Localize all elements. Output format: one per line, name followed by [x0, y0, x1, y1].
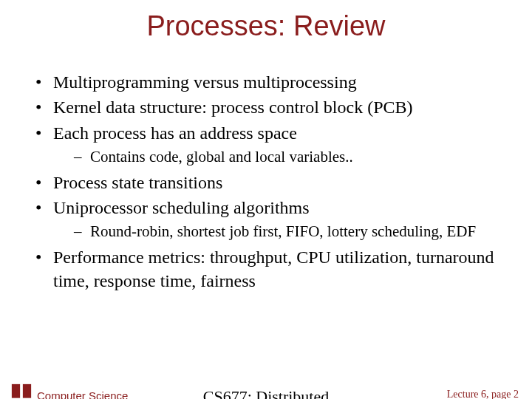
bullet-text: Each process has an address space	[53, 123, 297, 143]
page-number: Lecture 6, page 2	[447, 389, 519, 399]
list-item: Kernel data structure: process control b…	[35, 95, 510, 119]
list-item: Process state transitions	[35, 171, 510, 194]
list-item: Multiprogramming versus multiprocessing	[35, 70, 510, 94]
bullet-text: Performance metrics: throughput, CPU uti…	[53, 248, 494, 290]
sub-bullet-list: Round-robin, shortest job first, FIFO, l…	[74, 221, 510, 242]
sub-bullet-list: Contains code, global and local variable…	[74, 146, 510, 167]
slide-title: Processes: Review	[0, 10, 532, 42]
slide: Processes: Review Multiprogramming versu…	[0, 10, 532, 399]
slide-footer: UMASS Computer Science CS677: Distribute…	[0, 380, 532, 399]
list-item: Each process has an address space Contai…	[35, 121, 510, 168]
list-item: Uniprocessor scheduling algorithms Round…	[35, 196, 510, 242]
sub-bullet-text: Round-robin, shortest job first, FIFO, l…	[90, 222, 476, 240]
bullet-text: Kernel data structure: process control b…	[53, 98, 413, 117]
bullet-text: Uniprocessor scheduling algorithms	[53, 198, 310, 217]
bullet-list: Multiprogramming versus multiprocessing …	[35, 70, 510, 293]
list-item: Contains code, global and local variable…	[74, 146, 510, 167]
bullet-text: Process state transitions	[53, 173, 222, 192]
list-item: Round-robin, shortest job first, FIFO, l…	[74, 221, 510, 242]
slide-body: Multiprogramming versus multiprocessing …	[35, 70, 510, 293]
list-item: Performance metrics: throughput, CPU uti…	[35, 245, 510, 293]
bullet-text: Multiprogramming versus multiprocessing	[53, 72, 357, 92]
sub-bullet-text: Contains code, global and local variable…	[90, 148, 353, 166]
